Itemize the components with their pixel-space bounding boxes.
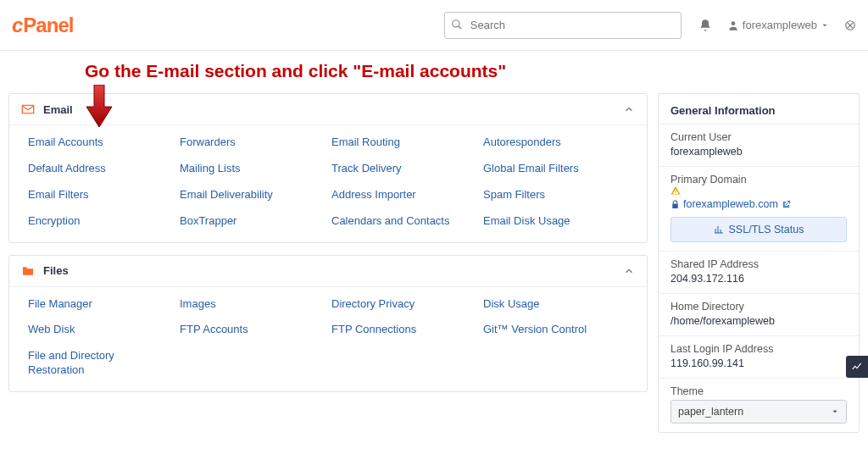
email-panel-title: Email — [43, 103, 73, 116]
search-box[interactable] — [444, 12, 682, 39]
info-label: Home Directory — [670, 301, 847, 313]
chevron-up-icon — [623, 265, 635, 277]
link-email-disk-usage[interactable]: Email Disk Usage — [483, 214, 610, 229]
link-images[interactable]: Images — [180, 297, 307, 312]
info-primary-domain: Primary Domain forexampleweb.com SSL/TLS… — [659, 166, 859, 251]
info-label: Current User — [670, 131, 847, 143]
info-home-dir: Home Directory /home/forexampleweb — [659, 293, 859, 335]
link-disk-usage[interactable]: Disk Usage — [483, 297, 610, 312]
link-email-accounts[interactable]: Email Accounts — [28, 136, 155, 150]
search-input[interactable] — [444, 12, 682, 39]
info-last-login: Last Login IP Address 119.160.99.141 — [659, 335, 859, 378]
warning-icon — [670, 185, 847, 196]
svg-point-0 — [453, 19, 459, 26]
link-file-manager[interactable]: File Manager — [28, 297, 155, 312]
top-bar: cPanel forexampleweb — [0, 0, 868, 51]
theme-select[interactable]: paper_lantern — [670, 400, 847, 424]
chevron-down-icon — [821, 21, 829, 30]
link-encryption[interactable]: Encryption — [28, 214, 155, 229]
files-panel-body: File Manager Images Directory Privacy Di… — [9, 287, 647, 392]
stats-icon — [714, 224, 724, 235]
email-panel-header[interactable]: Email — [9, 94, 647, 125]
info-label: Shared IP Address — [670, 258, 847, 270]
files-panel: Files File Manager Images Directory Priv… — [8, 255, 648, 393]
link-ftp-accounts[interactable]: FTP Accounts — [180, 323, 307, 337]
email-panel-body: Email Accounts Forwarders Email Routing … — [9, 125, 647, 242]
lock-icon — [670, 200, 680, 209]
link-email-routing[interactable]: Email Routing — [331, 136, 459, 150]
link-directory-privacy[interactable]: Directory Privacy — [331, 297, 459, 312]
chart-icon — [851, 361, 863, 373]
logo: cPanel — [12, 14, 73, 37]
chevron-up-icon — [623, 103, 635, 115]
link-spam-filters[interactable]: Spam Filters — [483, 188, 610, 202]
floating-stats-tab[interactable] — [846, 356, 868, 378]
caret-down-icon — [831, 407, 839, 416]
info-label: Primary Domain — [670, 174, 847, 196]
search-icon — [451, 19, 463, 30]
files-panel-title: Files — [43, 264, 69, 277]
user-menu[interactable]: forexampleweb — [727, 19, 829, 31]
email-panel: Email Email Accounts Forwarders Email Ro… — [8, 93, 648, 243]
info-shared-ip: Shared IP Address 204.93.172.116 — [659, 251, 859, 293]
link-mailing-lists[interactable]: Mailing Lists — [180, 162, 307, 176]
link-address-importer[interactable]: Address Importer — [331, 188, 459, 202]
info-value: forexampleweb — [670, 146, 847, 158]
primary-domain-link[interactable]: forexampleweb.com — [670, 198, 847, 210]
link-global-email-filters[interactable]: Global Email Filters — [483, 162, 610, 176]
info-label: Last Login IP Address — [670, 343, 847, 355]
logo-panel: Panel — [23, 14, 73, 37]
info-value: /home/forexampleweb — [670, 315, 847, 327]
general-info-card: General Information Current User forexam… — [658, 93, 860, 433]
link-file-directory-restoration[interactable]: File and Directory Restoration — [28, 349, 155, 378]
link-email-filters[interactable]: Email Filters — [28, 188, 155, 202]
link-calendars-contacts[interactable]: Calendars and Contacts — [331, 214, 459, 229]
external-link-icon — [782, 200, 791, 209]
link-ftp-connections[interactable]: FTP Connections — [331, 323, 459, 337]
link-forwarders[interactable]: Forwarders — [180, 136, 307, 150]
info-theme: Theme paper_lantern — [659, 378, 859, 432]
files-panel-header[interactable]: Files — [9, 256, 647, 287]
logo-c: c — [12, 14, 22, 37]
link-boxtrapper[interactable]: BoxTrapper — [180, 214, 307, 229]
logout-icon[interactable] — [844, 19, 856, 31]
info-current-user: Current User forexampleweb — [659, 124, 859, 166]
link-email-deliverability[interactable]: Email Deliverability — [180, 188, 307, 202]
link-web-disk[interactable]: Web Disk — [28, 323, 155, 337]
info-title: General Information — [659, 94, 859, 124]
ssl-status-button[interactable]: SSL/TLS Status — [670, 217, 847, 242]
svg-point-2 — [732, 21, 736, 25]
user-icon — [727, 19, 739, 31]
svg-rect-7 — [676, 193, 676, 194]
mail-icon — [21, 102, 35, 116]
svg-rect-6 — [676, 191, 676, 193]
info-label: Theme — [670, 385, 847, 397]
info-value: 119.160.99.141 — [670, 357, 847, 369]
link-default-address[interactable]: Default Address — [28, 162, 155, 176]
user-name: forexampleweb — [743, 19, 817, 31]
link-autoresponders[interactable]: Autoresponders — [483, 136, 610, 150]
svg-line-1 — [459, 25, 462, 29]
link-track-delivery[interactable]: Track Delivery — [331, 162, 459, 176]
link-git-version-control[interactable]: Git™ Version Control — [483, 323, 610, 337]
folder-icon — [21, 264, 35, 278]
bell-icon[interactable] — [698, 19, 712, 32]
info-value: 204.93.172.116 — [670, 273, 847, 285]
